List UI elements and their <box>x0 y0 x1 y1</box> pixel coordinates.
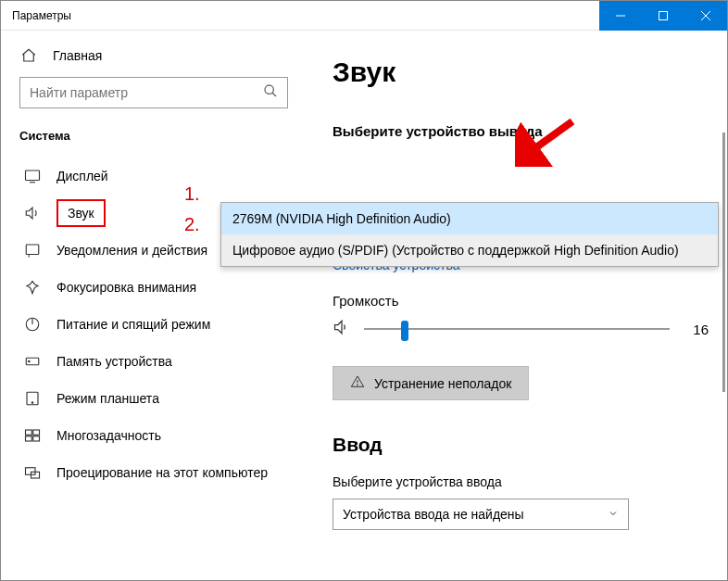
svg-rect-21 <box>26 468 36 475</box>
arrow-annotation <box>515 116 580 167</box>
svg-rect-20 <box>33 436 40 441</box>
svg-rect-1 <box>659 11 668 19</box>
sidebar-item-multitask[interactable]: Многозадачность <box>19 417 288 454</box>
volume-slider[interactable] <box>364 328 670 330</box>
svg-rect-9 <box>26 245 39 255</box>
multitask-icon <box>23 427 42 444</box>
sidebar-item-label: Проецирование на этот компьютер <box>56 465 268 480</box>
maximize-button[interactable] <box>642 1 684 31</box>
search-icon <box>263 83 278 102</box>
input-select-value: Устройства ввода не найдены <box>343 507 524 522</box>
dropdown-option-2[interactable]: Цифровое аудио (S/PDIF) (Устройство с по… <box>221 234 718 266</box>
warning-icon <box>350 374 365 392</box>
volume-icon <box>333 318 351 340</box>
sidebar-item-label: Память устройства <box>56 354 172 369</box>
volume-value: 16 <box>683 322 709 337</box>
sound-icon <box>23 205 42 221</box>
volume-label: Громкость <box>333 293 709 309</box>
output-device-dropdown: 2769M (NVIDIA High Definition Audio) Циф… <box>220 202 719 267</box>
svg-rect-19 <box>26 436 32 441</box>
tablet-icon <box>23 390 42 407</box>
close-button[interactable] <box>684 1 727 31</box>
sidebar-item-label: Дисплей <box>56 169 108 183</box>
svg-line-5 <box>272 93 276 96</box>
chevron-down-icon <box>608 506 619 523</box>
sidebar-item-label: Режим планшета <box>56 391 159 406</box>
sidebar-item-label: Звук <box>68 206 94 221</box>
projecting-icon <box>23 464 42 481</box>
sidebar-item-tablet[interactable]: Режим планшета <box>19 380 288 417</box>
svg-point-4 <box>265 85 273 94</box>
section-title: Система <box>19 129 288 143</box>
page-title: Звук <box>333 57 709 88</box>
minimize-button[interactable] <box>599 1 642 31</box>
sidebar-item-projecting[interactable]: Проецирование на этот компьютер <box>19 454 288 491</box>
home-icon <box>19 47 38 64</box>
focus-icon <box>23 279 42 296</box>
svg-marker-8 <box>26 208 32 219</box>
svg-point-16 <box>31 402 33 404</box>
sidebar: Главная Система Дисплей Звук Уведомления… <box>1 31 307 580</box>
svg-marker-23 <box>335 322 343 334</box>
search-input[interactable] <box>19 77 288 108</box>
svg-rect-6 <box>26 171 40 181</box>
svg-rect-17 <box>26 430 32 435</box>
titlebar: Параметры <box>1 1 727 31</box>
svg-point-14 <box>29 360 31 362</box>
sidebar-item-label: Уведомления и действия <box>56 243 207 258</box>
sidebar-item-focus[interactable]: Фокусировка внимания <box>19 269 288 306</box>
sidebar-item-storage[interactable]: Память устройства <box>19 343 288 380</box>
storage-icon <box>23 353 42 370</box>
home-link[interactable]: Главная <box>19 47 288 64</box>
svg-line-27 <box>526 121 572 155</box>
home-label: Главная <box>53 48 102 63</box>
input-heading: Ввод <box>333 434 709 456</box>
window-title: Параметры <box>1 9 599 22</box>
troubleshoot-label: Устранение неполадок <box>374 376 511 391</box>
search-field[interactable] <box>30 85 263 100</box>
svg-rect-18 <box>33 430 40 435</box>
sidebar-item-display[interactable]: Дисплей <box>19 158 288 195</box>
sidebar-item-label: Многозадачность <box>56 428 161 443</box>
svg-point-25 <box>358 385 358 385</box>
power-icon <box>23 316 42 333</box>
sidebar-item-power[interactable]: Питание и спящий режим <box>19 306 288 343</box>
scrollbar[interactable] <box>722 133 725 392</box>
sidebar-item-label: Фокусировка внимания <box>56 280 196 295</box>
troubleshoot-button[interactable]: Устранение неполадок <box>333 366 529 400</box>
notifications-icon <box>23 242 42 259</box>
sidebar-item-label: Питание и спящий режим <box>56 317 210 332</box>
main-panel: Звук Выберите устройство вывода параметр… <box>307 31 727 580</box>
input-device-select[interactable]: Устройства ввода не найдены <box>333 499 629 530</box>
input-select-label: Выберите устройства ввода <box>333 474 709 489</box>
dropdown-option-1[interactable]: 2769M (NVIDIA High Definition Audio) <box>221 203 718 234</box>
annotation-2: 2. <box>184 214 200 235</box>
display-icon <box>23 168 42 184</box>
annotation-1: 1. <box>184 183 200 205</box>
